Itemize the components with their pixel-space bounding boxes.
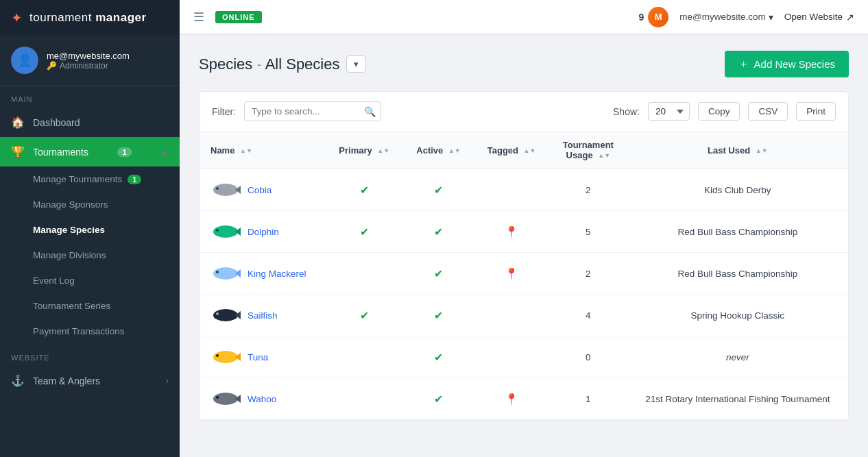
title-separator: -: [256, 55, 265, 73]
chevron-right-icon: ›: [166, 376, 169, 386]
tagged-cell: [474, 169, 549, 211]
active-cell: ✔: [403, 336, 474, 378]
tagged-cell: 📍: [474, 253, 549, 295]
tagged-cell: [474, 336, 549, 378]
external-link-icon: ↗: [846, 12, 854, 23]
primary-cell: [326, 253, 403, 295]
sidebar-item-payment-transactions[interactable]: Payment Transactions: [0, 319, 180, 344]
add-new-species-button[interactable]: ＋ Add New Species: [725, 51, 849, 77]
usage-cell: 1: [549, 378, 627, 420]
fish-image: [210, 219, 241, 244]
pin-icon: 📍: [505, 226, 518, 238]
sort-icon[interactable]: ▲▼: [598, 153, 610, 159]
check-icon: ✔: [360, 226, 369, 238]
active-cell: ✔: [403, 378, 474, 420]
col-last-used: Last Used ▲▼: [627, 132, 848, 169]
table-row: Dolphin✔✔📍5Red Bull Bass Championship: [200, 211, 848, 253]
species-name-link[interactable]: Wahoo: [248, 394, 276, 404]
primary-cell: ✔: [326, 211, 403, 253]
last-used-cell: Spring Hookup Classic: [627, 295, 848, 336]
species-image-cell: Tuna: [200, 336, 326, 378]
page-title-area: Species - All Species ▾: [199, 55, 366, 73]
content-area: Species - All Species ▾ ＋ Add New Specie…: [180, 34, 868, 457]
open-website-link[interactable]: Open Website ↗: [784, 12, 854, 23]
csv-button[interactable]: CSV: [748, 102, 788, 121]
search-wrapper: 🔍: [244, 101, 381, 121]
section-label-main: MAIN: [0, 86, 180, 108]
check-icon: ✔: [434, 268, 443, 280]
species-name-link[interactable]: Tuna: [248, 352, 268, 362]
page-title: Species - All Species: [199, 55, 339, 73]
user-info: me@mywebsite.com 🔑 Administrator: [47, 51, 130, 71]
species-name-link[interactable]: Cobia: [248, 185, 272, 195]
usage-cell: 0: [549, 336, 627, 378]
plus-icon: ＋: [738, 58, 749, 71]
notification-count[interactable]: 9 M: [638, 7, 668, 27]
avatar: 👤: [11, 47, 38, 74]
topbar-email[interactable]: me@mywebsite.com ▾: [679, 12, 773, 23]
table-header-row: Name ▲▼ Primary ▲▼ Active ▲▼ Tagged ▲▼ T: [200, 132, 848, 169]
species-name-link[interactable]: Sailfish: [248, 310, 278, 321]
primary-cell: [326, 378, 403, 420]
chevron-down-icon: ▲: [160, 147, 169, 157]
table-row: Sailfish✔✔4Spring Hookup Classic: [200, 295, 848, 336]
species-filter-dropdown[interactable]: ▾: [346, 55, 366, 73]
tournaments-badge: 1: [117, 147, 131, 157]
sort-icon[interactable]: ▲▼: [756, 148, 768, 154]
species-name-link[interactable]: King Mackerel: [248, 269, 306, 279]
manage-tournaments-badge: 1: [128, 175, 141, 184]
sidebar-item-manage-divisions[interactable]: Manage Divisions: [0, 243, 180, 268]
active-cell: ✔: [403, 211, 474, 253]
sidebar-item-manage-tournaments[interactable]: Manage Tournaments 1: [0, 166, 180, 192]
logo-bold: manager: [95, 11, 146, 24]
user-role: 🔑 Administrator: [47, 61, 130, 71]
search-input[interactable]: [244, 101, 381, 121]
sidebar-item-tournament-series[interactable]: Tournament Series: [0, 293, 180, 319]
species-image-cell: Wahoo: [200, 378, 326, 419]
col-primary: Primary ▲▼: [326, 132, 403, 169]
check-icon: ✔: [434, 393, 443, 405]
chevron-down-icon: ▾: [354, 59, 359, 69]
sub-item-label: Manage Sponsors: [33, 199, 108, 210]
species-image-cell: Sailfish: [200, 295, 326, 336]
show-select[interactable]: 20 50 100: [648, 102, 690, 121]
copy-button[interactable]: Copy: [698, 102, 740, 121]
species-image-cell: Cobia: [200, 169, 326, 210]
sub-item-label: Manage Tournaments: [33, 174, 122, 184]
menu-icon[interactable]: ☰: [193, 10, 204, 25]
usage-cell: 5: [549, 211, 627, 253]
sort-icon[interactable]: ▲▼: [524, 148, 536, 154]
logo-light: tournament: [29, 11, 92, 24]
col-name: Name ▲▼: [200, 132, 326, 169]
fish-image: [210, 261, 241, 286]
check-icon: ✔: [434, 310, 443, 321]
user-section: 👤 me@mywebsite.com 🔑 Administrator: [0, 36, 180, 86]
last-used-cell: Red Bull Bass Championship: [627, 211, 848, 253]
sidebar: ✦ tournament manager 👤 me@mywebsite.com …: [0, 0, 180, 457]
sidebar-item-tournaments[interactable]: 🏆 Tournaments 1 ▲: [0, 137, 180, 166]
show-label: Show:: [613, 106, 640, 117]
sidebar-item-manage-sponsors[interactable]: Manage Sponsors: [0, 192, 180, 217]
sidebar-item-label: Tournaments: [33, 147, 88, 158]
last-used-cell: Kids Club Derby: [627, 169, 848, 211]
fish-image: [210, 303, 241, 328]
sort-icon[interactable]: ▲▼: [377, 148, 389, 154]
trophy-icon: 🏆: [11, 145, 25, 158]
main-area: ☰ ONLINE 9 M me@mywebsite.com ▾ Open Web…: [180, 0, 868, 457]
sort-icon[interactable]: ▲▼: [448, 148, 461, 154]
check-icon: ✔: [360, 184, 369, 196]
sidebar-item-event-log[interactable]: Event Log: [0, 268, 180, 293]
user-email: me@mywebsite.com: [47, 51, 130, 61]
sidebar-item-dashboard[interactable]: 🏠 Dashboard: [0, 108, 180, 137]
tagged-cell: 📍: [474, 211, 549, 253]
filter-bar: Filter: 🔍 Show: 20 50 100 Copy CSV Print: [200, 92, 848, 132]
sidebar-item-team-anglers[interactable]: ⚓ Team & Anglers ›: [0, 366, 180, 395]
sidebar-item-manage-species[interactable]: Manage Species: [0, 217, 180, 243]
species-name-link[interactable]: Dolphin: [248, 227, 279, 237]
sort-icon[interactable]: ▲▼: [240, 148, 252, 154]
logo-icon: ✦: [11, 10, 23, 26]
print-button[interactable]: Print: [796, 102, 836, 121]
col-active: Active ▲▼: [403, 132, 474, 169]
pin-icon: 📍: [505, 268, 518, 280]
check-icon: ✔: [434, 351, 443, 363]
